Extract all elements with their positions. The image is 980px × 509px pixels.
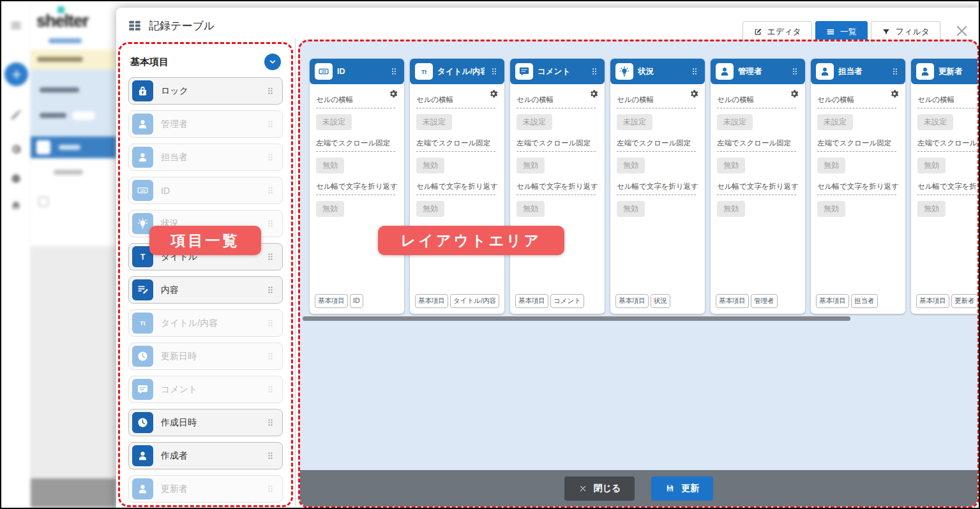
setting-value-badge[interactable]: 無効 [416, 158, 444, 173]
card-tags: 基本項目ID [315, 294, 363, 308]
clock-icon [132, 412, 153, 433]
card-header[interactable]: 状況 [610, 59, 705, 84]
title-content-icon: Tt [415, 63, 433, 80]
setting-value-badge[interactable]: 無効 [316, 158, 344, 173]
setting-value-badge[interactable]: 無効 [416, 201, 444, 217]
drag-handle-icon[interactable] [790, 66, 800, 77]
setting-value-badge[interactable]: 無効 [917, 158, 946, 173]
gear-icon[interactable] [10, 143, 22, 156]
card-header[interactable]: 担当者 [811, 59, 905, 84]
setting-value-badge[interactable]: 無効 [617, 201, 645, 217]
sidebar-item[interactable]: ロック [128, 77, 283, 105]
hamburger-icon[interactable] [10, 19, 22, 32]
sidebar-item[interactable]: Ttタイトル/内容 [128, 309, 283, 337]
add-button[interactable] [4, 63, 28, 86]
drag-handle-icon[interactable] [265, 351, 276, 362]
background-skeleton [38, 196, 49, 207]
card-setting: セル幅で文字を折り返す無効 [917, 182, 979, 217]
sidebar-item[interactable]: 内容 [128, 276, 283, 304]
setting-value-badge[interactable]: 未設定 [617, 114, 652, 130]
setting-value-badge[interactable]: 無効 [817, 201, 845, 217]
gear-icon[interactable] [589, 89, 599, 99]
card-header[interactable]: コメント [510, 59, 605, 84]
drag-handle-icon[interactable] [265, 384, 276, 395]
sidebar-item[interactable]: コメント [128, 376, 283, 403]
home-icon[interactable] [10, 199, 22, 212]
gear-icon[interactable] [388, 89, 398, 99]
sidebar-item[interactable]: 更新日時 [128, 343, 283, 370]
drag-handle-icon[interactable] [265, 185, 276, 196]
card-header[interactable]: Ttタイトル/内容 [410, 59, 504, 84]
setting-value-badge[interactable]: 無効 [917, 201, 946, 217]
drag-handle-icon[interactable] [265, 483, 276, 494]
card-setting: 左端でスクロール固定無効 [316, 138, 398, 173]
close-icon[interactable] [951, 20, 972, 41]
drag-handle-icon[interactable] [265, 152, 276, 163]
setting-value-badge[interactable]: 無効 [717, 201, 745, 217]
card-setting: セルの横幅未設定 [516, 95, 598, 130]
horizontal-scrollbar[interactable] [303, 316, 850, 321]
gear-icon[interactable] [689, 89, 699, 99]
drag-handle-icon[interactable] [265, 218, 276, 229]
setting-value-badge[interactable]: 無効 [316, 201, 344, 217]
setting-value-badge[interactable]: 無効 [516, 158, 545, 173]
setting-value-badge[interactable]: 無効 [717, 158, 745, 173]
close-button[interactable]: 閉じる [564, 476, 635, 501]
card-setting: セルの横幅未設定 [717, 95, 799, 130]
card-header[interactable]: 123ID [310, 59, 404, 84]
background-skeleton [49, 38, 82, 43]
drag-handle-icon[interactable] [265, 85, 276, 96]
setting-value-badge[interactable]: 未設定 [516, 114, 552, 130]
card-setting: 左端でスクロール固定無効 [617, 138, 698, 173]
pencil-icon[interactable] [10, 108, 22, 121]
sidebar-item[interactable]: 管理者 [128, 110, 283, 138]
collapse-button[interactable] [264, 54, 281, 70]
close-button-label: 閉じる [594, 483, 621, 494]
drag-handle-icon[interactable] [265, 450, 276, 461]
tag-group: 基本項目 [716, 294, 749, 308]
sidebar-item[interactable]: 作成日時 [128, 409, 283, 436]
setting-value-badge[interactable]: 未設定 [817, 114, 853, 130]
card-title: タイトル/内容 [437, 66, 485, 77]
tag-group: 基本項目 [615, 294, 649, 308]
gear-icon[interactable] [789, 89, 799, 99]
app-logo: shelter [36, 11, 89, 31]
layout-card: 更新者セルの横幅未設定左端でスクロール固定無効セル幅で文字を折り返す無効基本項目… [911, 59, 979, 314]
tag-field: 更新者 [951, 294, 978, 308]
drag-handle-icon[interactable] [265, 417, 276, 428]
drag-handle-icon[interactable] [265, 119, 276, 129]
circle-icon[interactable] [10, 172, 22, 185]
drag-handle-icon[interactable] [890, 66, 900, 77]
annotation-items-list: 項目一覧 [149, 226, 261, 255]
setting-value-badge[interactable]: 未設定 [416, 114, 452, 130]
list-icon [826, 27, 835, 36]
update-button-label: 更新 [681, 483, 699, 494]
gear-icon[interactable] [488, 89, 499, 99]
drag-handle-icon[interactable] [489, 66, 499, 77]
drag-handle-icon[interactable] [589, 66, 599, 77]
setting-value-badge[interactable]: 未設定 [917, 114, 953, 130]
setting-value-badge[interactable]: 未設定 [717, 114, 753, 130]
layout-card: 担当者セルの横幅未設定左端でスクロール固定無効セル幅で文字を折り返す無効基本項目… [811, 59, 905, 314]
sidebar-item[interactable]: 更新者 [128, 475, 283, 503]
drag-handle-icon[interactable] [265, 284, 276, 295]
card-header[interactable]: 更新者 [911, 59, 979, 84]
card-header[interactable]: 管理者 [711, 59, 805, 84]
sidebar-item[interactable]: 123ID [128, 177, 283, 204]
sidebar-item[interactable]: 作成者 [128, 442, 283, 469]
setting-value-badge[interactable]: 無効 [617, 158, 645, 173]
drag-handle-icon[interactable] [265, 318, 276, 328]
setting-value-badge[interactable]: 未設定 [316, 114, 352, 130]
setting-label: 左端でスクロール固定 [817, 138, 896, 152]
setting-value-badge[interactable]: 無効 [817, 158, 845, 173]
update-button[interactable]: 更新 [651, 476, 713, 501]
gear-icon[interactable] [889, 89, 900, 99]
sidebar-item[interactable]: 担当者 [128, 144, 283, 171]
drag-handle-icon[interactable] [265, 251, 276, 262]
setting-value-badge[interactable]: 無効 [516, 201, 545, 217]
drag-handle-icon[interactable] [690, 66, 700, 77]
background-icon-rail [1, 1, 31, 508]
svg-text:Tt: Tt [140, 320, 146, 327]
card-setting: セルの横幅未設定 [917, 95, 979, 130]
drag-handle-icon[interactable] [389, 66, 399, 77]
